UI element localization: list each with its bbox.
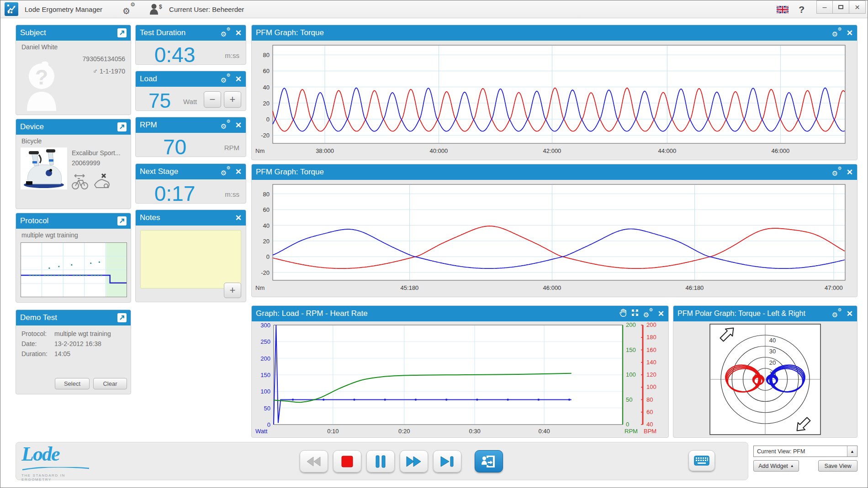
svg-text:?: ? <box>35 65 48 89</box>
open-subject-icon[interactable] <box>117 28 127 37</box>
svg-text:100: 100 <box>646 383 656 390</box>
next-stage-close-icon[interactable]: ✕ <box>235 167 242 177</box>
clear-button[interactable]: Clear <box>93 378 127 389</box>
notes-header[interactable]: Notes ✕ <box>136 210 246 226</box>
help-icon[interactable]: ? <box>799 4 804 15</box>
save-view-button[interactable]: Save View <box>818 460 857 472</box>
torque-graph-1-close-icon[interactable]: ✕ <box>847 28 853 38</box>
keyboard-button[interactable] <box>688 450 715 471</box>
next-stage-header[interactable]: Next Stage ⚙⚙ ✕ <box>136 164 246 179</box>
subject-name: Daniel White <box>21 43 58 51</box>
next-stage-settings-icon[interactable]: ⚙⚙ <box>221 167 231 176</box>
svg-text:44:000: 44:000 <box>658 147 676 154</box>
svg-text:60: 60 <box>263 206 270 213</box>
app-title: Lode Ergometry Manager <box>25 5 102 13</box>
open-demo-test-icon[interactable] <box>117 313 127 322</box>
settings-gears-icon[interactable]: ⚙ ⚙ <box>122 3 136 15</box>
svg-text:46:000: 46:000 <box>772 147 790 154</box>
add-note-button[interactable]: + <box>224 283 241 298</box>
device-panel-header[interactable]: Device <box>16 119 131 135</box>
torque-graph-2-settings-icon[interactable]: ⚙⚙ <box>832 168 842 177</box>
current-user-label: Current User: Beheerder <box>169 5 244 13</box>
subject-panel-header[interactable]: Subject <box>16 25 131 41</box>
close-button[interactable]: × <box>849 0 866 14</box>
polar-graph-settings-icon[interactable]: ⚙⚙ <box>832 309 842 318</box>
torque-graph-2-widget: PFM Graph: Torque ⚙⚙ ✕ 806040200-2045:18… <box>251 164 857 297</box>
fast-forward-button[interactable] <box>400 450 428 472</box>
load-header[interactable]: Load ⚙⚙ ✕ <box>136 71 246 87</box>
test-duration-header[interactable]: Test Duration ⚙⚙ ✕ <box>136 25 246 41</box>
open-protocol-icon[interactable] <box>117 216 127 226</box>
svg-text:38:000: 38:000 <box>316 147 334 154</box>
load-settings-icon[interactable]: ⚙⚙ <box>221 74 231 84</box>
rewind-button[interactable] <box>300 450 328 472</box>
torque-graph-1-title: PFM Graph: Torque <box>256 28 832 37</box>
svg-text:42:000: 42:000 <box>543 147 561 154</box>
load-decrease-button[interactable]: − <box>204 91 221 108</box>
open-device-icon[interactable] <box>117 122 127 131</box>
svg-text:0:40: 0:40 <box>538 428 550 435</box>
svg-text:160: 160 <box>646 346 656 353</box>
svg-text:46:000: 46:000 <box>543 284 561 291</box>
svg-text:0:20: 0:20 <box>398 428 410 435</box>
test-duration-unit: m:ss <box>225 52 239 59</box>
svg-text:0: 0 <box>266 253 270 260</box>
saddle-remove-icon[interactable] <box>93 172 111 192</box>
pause-button[interactable] <box>366 450 395 472</box>
add-widget-button[interactable]: Add Widget▲ <box>753 460 799 472</box>
load-rpm-hr-close-icon[interactable]: ✕ <box>658 309 664 319</box>
polar-graph-header[interactable]: PFM Polar Graph: Torque - Left & Right ⚙… <box>673 306 857 321</box>
pan-hand-icon[interactable] <box>619 309 627 319</box>
torque-graph-1-header[interactable]: PFM Graph: Torque ⚙⚙ ✕ <box>252 25 857 41</box>
current-user-icon[interactable]: $ <box>149 3 164 15</box>
load-rpm-hr-settings-icon[interactable]: ⚙⚙ <box>643 309 653 318</box>
stop-button[interactable] <box>333 450 361 472</box>
protocol-panel-header[interactable]: Protocol <box>16 213 131 229</box>
notes-close-icon[interactable]: ✕ <box>235 213 242 223</box>
svg-text:40: 40 <box>263 222 270 229</box>
minimize-button[interactable]: – <box>816 0 833 14</box>
svg-text:20: 20 <box>263 238 270 245</box>
select-button[interactable]: Select <box>55 378 90 389</box>
subject-birthdate: ♂ 1-1-1970 <box>93 67 125 75</box>
torque-graph-2-close-icon[interactable]: ✕ <box>847 168 853 177</box>
rpm-settings-icon[interactable]: ⚙⚙ <box>221 121 231 130</box>
maximize-button[interactable] <box>833 0 849 14</box>
fullscreen-icon[interactable] <box>631 309 639 319</box>
demo-test-panel-header[interactable]: Demo Test <box>16 310 131 325</box>
next-stage-value: 0:17 <box>136 181 214 204</box>
svg-text:0:10: 0:10 <box>327 428 339 435</box>
load-rpm-hr-plot: 3002502001501005000:100:200:300:40200150… <box>252 321 668 437</box>
test-duration-close-icon[interactable]: ✕ <box>235 28 242 38</box>
protocol-preview-chart <box>21 242 127 297</box>
bike-adjust-icon[interactable] <box>72 173 88 192</box>
load-increase-button[interactable]: + <box>224 91 241 108</box>
notes-title: Notes <box>140 213 235 222</box>
svg-text:BPM: BPM <box>644 428 656 435</box>
polar-graph-close-icon[interactable]: ✕ <box>847 309 853 319</box>
svg-text:300: 300 <box>260 322 270 329</box>
torque-graph-1-widget: PFM Graph: Torque ⚙⚙ ✕ 806040200-2038:00… <box>251 25 857 160</box>
svg-text:Watt: Watt <box>255 428 268 435</box>
rpm-close-icon[interactable]: ✕ <box>235 121 242 130</box>
skip-to-end-button[interactable] <box>433 450 461 472</box>
sign-out-button[interactable] <box>475 450 503 472</box>
svg-text:200: 200 <box>626 321 636 328</box>
torque-graph-2-header[interactable]: PFM Graph: Torque ⚙⚙ ✕ <box>252 164 857 180</box>
current-view-dropdown[interactable]: Current View: PFM ▲ <box>753 446 857 457</box>
language-flag-icon[interactable] <box>777 6 789 13</box>
rpm-header[interactable]: RPM ⚙⚙ ✕ <box>136 117 246 133</box>
protocol-panel: Protocol multiple wgt training <box>16 213 131 303</box>
torque-graph-1-settings-icon[interactable]: ⚙⚙ <box>832 28 842 37</box>
svg-text:80: 80 <box>263 52 270 58</box>
current-view-dropdown-arrow-icon[interactable]: ▲ <box>847 446 857 457</box>
protocol-panel-title: Protocol <box>20 216 117 226</box>
load-rpm-hr-graph-header[interactable]: Graph: Load - RPM - Heart Rate ⚙⚙ ✕ <box>252 306 668 321</box>
test-duration-settings-icon[interactable]: ⚙⚙ <box>221 28 231 37</box>
test-duration-widget: Test Duration ⚙⚙ ✕ 0:43 m:ss <box>135 25 246 65</box>
notes-input[interactable] <box>140 230 241 289</box>
svg-text:250: 250 <box>260 338 270 345</box>
lode-ergometry-manager-window: { "topbar": { "app_title": "Lode Ergomet… <box>0 0 868 488</box>
svg-text:0: 0 <box>267 421 270 428</box>
load-close-icon[interactable]: ✕ <box>235 74 242 84</box>
